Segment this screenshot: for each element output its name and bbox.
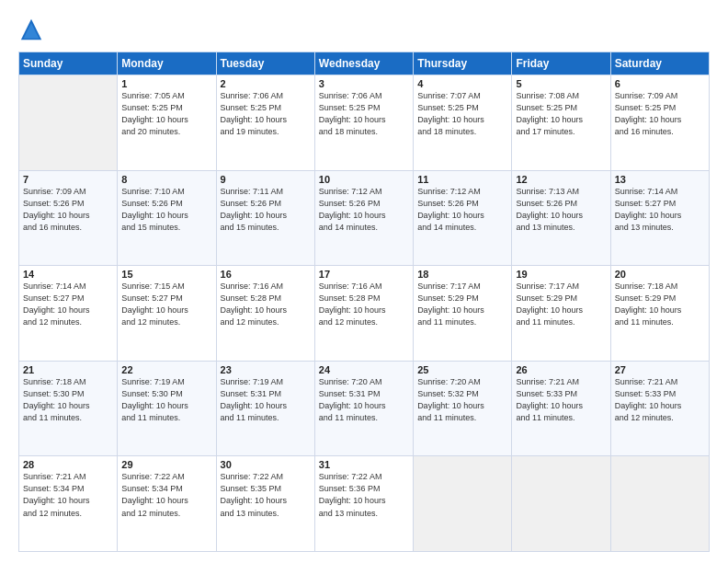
day-number: 21 [23,364,113,375]
calendar-body: 1Sunrise: 7:05 AM Sunset: 5:25 PM Daylig… [19,75,710,552]
calendar-cell: 7Sunrise: 7:09 AM Sunset: 5:26 PM Daylig… [19,170,118,266]
day-number: 27 [615,364,705,375]
day-number: 22 [121,364,211,375]
calendar-cell: 27Sunrise: 7:21 AM Sunset: 5:33 PM Dayli… [610,361,709,456]
day-info: Sunrise: 7:06 AM Sunset: 5:25 PM Dayligh… [221,90,311,138]
day-info: Sunrise: 7:06 AM Sunset: 5:25 PM Dayligh… [319,90,409,138]
calendar-cell: 17Sunrise: 7:16 AM Sunset: 5:28 PM Dayli… [314,266,413,362]
day-info: Sunrise: 7:16 AM Sunset: 5:28 PM Dayligh… [221,281,311,328]
calendar-cell: 4Sunrise: 7:07 AM Sunset: 5:25 PM Daylig… [414,75,512,171]
calendar-cell: 1Sunrise: 7:05 AM Sunset: 5:25 PM Daylig… [118,75,216,171]
day-number: 6 [615,78,705,89]
day-number: 8 [121,174,211,185]
week-row-1: 7Sunrise: 7:09 AM Sunset: 5:26 PM Daylig… [19,170,710,266]
day-number: 15 [121,269,211,280]
calendar-cell: 10Sunrise: 7:12 AM Sunset: 5:26 PM Dayli… [314,170,413,266]
day-info: Sunrise: 7:20 AM Sunset: 5:32 PM Dayligh… [417,376,507,424]
calendar-cell: 21Sunrise: 7:18 AM Sunset: 5:30 PM Dayli… [19,361,118,456]
calendar-header: SundayMondayTuesdayWednesdayThursdayFrid… [19,52,710,75]
day-number: 28 [23,459,113,470]
day-number: 7 [23,174,113,185]
day-info: Sunrise: 7:12 AM Sunset: 5:26 PM Dayligh… [417,186,507,234]
header [18,17,710,42]
calendar-table: SundayMondayTuesdayWednesdayThursdayFrid… [18,52,710,552]
day-info: Sunrise: 7:20 AM Sunset: 5:31 PM Dayligh… [319,376,409,424]
day-info: Sunrise: 7:11 AM Sunset: 5:26 PM Dayligh… [221,186,311,234]
day-info: Sunrise: 7:14 AM Sunset: 5:27 PM Dayligh… [615,186,705,234]
day-number: 19 [516,269,606,280]
day-number: 3 [319,78,409,89]
calendar-cell: 18Sunrise: 7:17 AM Sunset: 5:29 PM Dayli… [414,266,512,362]
logo-icon [18,17,44,42]
calendar-cell: 14Sunrise: 7:14 AM Sunset: 5:27 PM Dayli… [19,266,118,362]
calendar-cell: 9Sunrise: 7:11 AM Sunset: 5:26 PM Daylig… [216,170,314,266]
day-info: Sunrise: 7:22 AM Sunset: 5:34 PM Dayligh… [121,471,211,519]
calendar-cell: 29Sunrise: 7:22 AM Sunset: 5:34 PM Dayli… [118,456,216,552]
day-info: Sunrise: 7:19 AM Sunset: 5:31 PM Dayligh… [221,376,311,424]
day-info: Sunrise: 7:10 AM Sunset: 5:26 PM Dayligh… [121,186,211,234]
week-row-4: 28Sunrise: 7:21 AM Sunset: 5:34 PM Dayli… [19,456,710,552]
calendar-cell: 23Sunrise: 7:19 AM Sunset: 5:31 PM Dayli… [216,361,314,456]
day-number: 9 [221,174,311,185]
calendar-cell: 25Sunrise: 7:20 AM Sunset: 5:32 PM Dayli… [414,361,512,456]
day-info: Sunrise: 7:05 AM Sunset: 5:25 PM Dayligh… [121,90,211,138]
day-number: 16 [221,269,311,280]
weekday-header-friday: Friday [512,52,610,75]
day-number: 23 [221,364,311,375]
calendar-cell: 2Sunrise: 7:06 AM Sunset: 5:25 PM Daylig… [216,75,314,171]
day-number: 1 [121,78,211,89]
day-number: 25 [417,364,507,375]
calendar-cell: 5Sunrise: 7:08 AM Sunset: 5:25 PM Daylig… [512,75,610,171]
calendar-cell: 12Sunrise: 7:13 AM Sunset: 5:26 PM Dayli… [512,170,610,266]
day-info: Sunrise: 7:21 AM Sunset: 5:33 PM Dayligh… [615,376,705,424]
day-number: 30 [221,459,311,470]
day-info: Sunrise: 7:17 AM Sunset: 5:29 PM Dayligh… [417,281,507,328]
day-number: 2 [221,78,311,89]
weekday-header-monday: Monday [118,52,216,75]
calendar-cell [414,456,512,552]
day-info: Sunrise: 7:07 AM Sunset: 5:25 PM Dayligh… [417,90,507,138]
calendar-cell: 19Sunrise: 7:17 AM Sunset: 5:29 PM Dayli… [512,266,610,362]
logo [18,17,48,42]
calendar-cell: 26Sunrise: 7:21 AM Sunset: 5:33 PM Dayli… [512,361,610,456]
calendar-cell: 20Sunrise: 7:18 AM Sunset: 5:29 PM Dayli… [610,266,709,362]
day-info: Sunrise: 7:21 AM Sunset: 5:33 PM Dayligh… [516,376,606,424]
week-row-3: 21Sunrise: 7:18 AM Sunset: 5:30 PM Dayli… [19,361,710,456]
week-row-0: 1Sunrise: 7:05 AM Sunset: 5:25 PM Daylig… [19,75,710,171]
calendar-cell: 11Sunrise: 7:12 AM Sunset: 5:26 PM Dayli… [414,170,512,266]
day-info: Sunrise: 7:09 AM Sunset: 5:25 PM Dayligh… [615,90,705,138]
day-info: Sunrise: 7:14 AM Sunset: 5:27 PM Dayligh… [23,281,113,328]
week-row-2: 14Sunrise: 7:14 AM Sunset: 5:27 PM Dayli… [19,266,710,362]
weekday-header-tuesday: Tuesday [216,52,314,75]
day-number: 18 [417,269,507,280]
calendar-cell: 28Sunrise: 7:21 AM Sunset: 5:34 PM Dayli… [19,456,118,552]
calendar-cell: 30Sunrise: 7:22 AM Sunset: 5:35 PM Dayli… [216,456,314,552]
day-number: 26 [516,364,606,375]
weekday-header-thursday: Thursday [414,52,512,75]
calendar-cell [610,456,709,552]
weekday-header-sunday: Sunday [19,52,118,75]
calendar-cell: 6Sunrise: 7:09 AM Sunset: 5:25 PM Daylig… [610,75,709,171]
day-info: Sunrise: 7:09 AM Sunset: 5:26 PM Dayligh… [23,186,113,234]
calendar-cell: 13Sunrise: 7:14 AM Sunset: 5:27 PM Dayli… [610,170,709,266]
day-number: 20 [615,269,705,280]
day-number: 13 [615,174,705,185]
day-info: Sunrise: 7:16 AM Sunset: 5:28 PM Dayligh… [319,281,409,328]
day-number: 11 [417,174,507,185]
calendar-cell: 24Sunrise: 7:20 AM Sunset: 5:31 PM Dayli… [314,361,413,456]
day-info: Sunrise: 7:17 AM Sunset: 5:29 PM Dayligh… [516,281,606,328]
calendar-cell: 16Sunrise: 7:16 AM Sunset: 5:28 PM Dayli… [216,266,314,362]
day-info: Sunrise: 7:22 AM Sunset: 5:36 PM Dayligh… [319,471,409,519]
day-number: 4 [417,78,507,89]
day-number: 24 [319,364,409,375]
calendar-cell [512,456,610,552]
calendar-cell: 15Sunrise: 7:15 AM Sunset: 5:27 PM Dayli… [118,266,216,362]
day-info: Sunrise: 7:15 AM Sunset: 5:27 PM Dayligh… [121,281,211,328]
day-info: Sunrise: 7:13 AM Sunset: 5:26 PM Dayligh… [516,186,606,234]
day-info: Sunrise: 7:19 AM Sunset: 5:30 PM Dayligh… [121,376,211,424]
day-number: 5 [516,78,606,89]
day-info: Sunrise: 7:08 AM Sunset: 5:25 PM Dayligh… [516,90,606,138]
page: SundayMondayTuesdayWednesdayThursdayFrid… [0,0,728,563]
calendar-cell [19,75,118,171]
calendar-cell: 8Sunrise: 7:10 AM Sunset: 5:26 PM Daylig… [118,170,216,266]
